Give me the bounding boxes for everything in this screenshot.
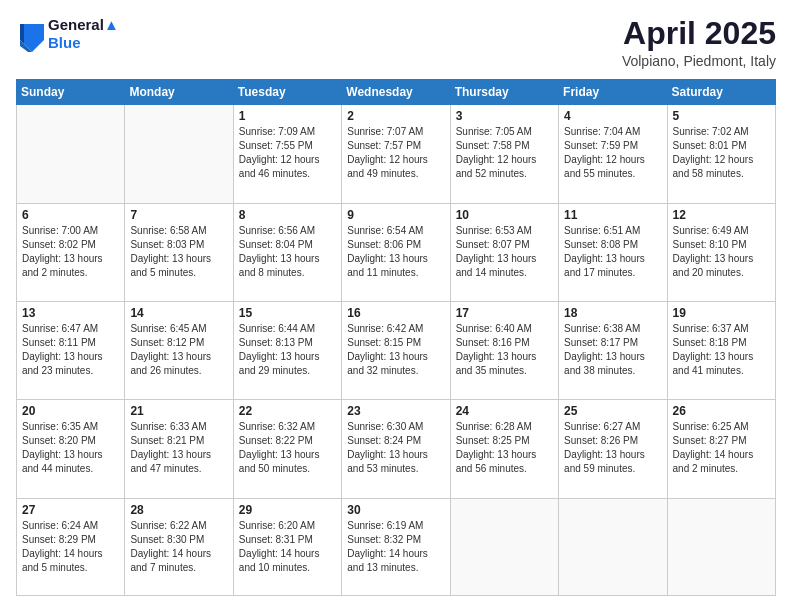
day-header-sunday: Sunday [17,80,125,105]
day-info: Sunrise: 6:20 AM Sunset: 8:31 PM Dayligh… [239,519,336,575]
calendar-week-2: 13Sunrise: 6:47 AM Sunset: 8:11 PM Dayli… [17,301,776,399]
day-info: Sunrise: 6:35 AM Sunset: 8:20 PM Dayligh… [22,420,119,476]
month-title: April 2025 [622,16,776,51]
day-number: 23 [347,404,444,418]
day-info: Sunrise: 7:00 AM Sunset: 8:02 PM Dayligh… [22,224,119,280]
calendar-cell: 17Sunrise: 6:40 AM Sunset: 8:16 PM Dayli… [450,301,558,399]
calendar-cell: 9Sunrise: 6:54 AM Sunset: 8:06 PM Daylig… [342,203,450,301]
calendar-cell [559,498,667,595]
day-info: Sunrise: 6:32 AM Sunset: 8:22 PM Dayligh… [239,420,336,476]
day-info: Sunrise: 6:25 AM Sunset: 8:27 PM Dayligh… [673,420,770,476]
day-header-friday: Friday [559,80,667,105]
day-number: 14 [130,306,227,320]
calendar-cell: 26Sunrise: 6:25 AM Sunset: 8:27 PM Dayli… [667,400,775,498]
day-number: 11 [564,208,661,222]
calendar-cell: 13Sunrise: 6:47 AM Sunset: 8:11 PM Dayli… [17,301,125,399]
day-number: 5 [673,109,770,123]
day-info: Sunrise: 6:38 AM Sunset: 8:17 PM Dayligh… [564,322,661,378]
day-number: 15 [239,306,336,320]
day-number: 16 [347,306,444,320]
calendar: SundayMondayTuesdayWednesdayThursdayFrid… [16,79,776,596]
day-number: 13 [22,306,119,320]
calendar-cell: 18Sunrise: 6:38 AM Sunset: 8:17 PM Dayli… [559,301,667,399]
day-info: Sunrise: 6:37 AM Sunset: 8:18 PM Dayligh… [673,322,770,378]
day-number: 7 [130,208,227,222]
day-info: Sunrise: 6:42 AM Sunset: 8:15 PM Dayligh… [347,322,444,378]
day-number: 6 [22,208,119,222]
day-info: Sunrise: 6:22 AM Sunset: 8:30 PM Dayligh… [130,519,227,575]
day-number: 12 [673,208,770,222]
day-info: Sunrise: 6:47 AM Sunset: 8:11 PM Dayligh… [22,322,119,378]
calendar-week-1: 6Sunrise: 7:00 AM Sunset: 8:02 PM Daylig… [17,203,776,301]
calendar-cell [17,105,125,203]
calendar-cell: 6Sunrise: 7:00 AM Sunset: 8:02 PM Daylig… [17,203,125,301]
calendar-cell [667,498,775,595]
day-number: 8 [239,208,336,222]
day-info: Sunrise: 6:45 AM Sunset: 8:12 PM Dayligh… [130,322,227,378]
calendar-cell: 24Sunrise: 6:28 AM Sunset: 8:25 PM Dayli… [450,400,558,498]
day-number: 2 [347,109,444,123]
calendar-week-0: 1Sunrise: 7:09 AM Sunset: 7:55 PM Daylig… [17,105,776,203]
page: General▲ Blue April 2025 Volpiano, Piedm… [0,0,792,612]
day-info: Sunrise: 6:19 AM Sunset: 8:32 PM Dayligh… [347,519,444,575]
day-number: 30 [347,503,444,517]
calendar-cell: 1Sunrise: 7:09 AM Sunset: 7:55 PM Daylig… [233,105,341,203]
calendar-cell: 5Sunrise: 7:02 AM Sunset: 8:01 PM Daylig… [667,105,775,203]
calendar-cell: 11Sunrise: 6:51 AM Sunset: 8:08 PM Dayli… [559,203,667,301]
day-info: Sunrise: 7:09 AM Sunset: 7:55 PM Dayligh… [239,125,336,181]
calendar-cell [125,105,233,203]
day-info: Sunrise: 7:04 AM Sunset: 7:59 PM Dayligh… [564,125,661,181]
calendar-week-4: 27Sunrise: 6:24 AM Sunset: 8:29 PM Dayli… [17,498,776,595]
day-info: Sunrise: 7:02 AM Sunset: 8:01 PM Dayligh… [673,125,770,181]
day-number: 24 [456,404,553,418]
day-info: Sunrise: 6:27 AM Sunset: 8:26 PM Dayligh… [564,420,661,476]
title-area: April 2025 Volpiano, Piedmont, Italy [622,16,776,69]
calendar-cell: 3Sunrise: 7:05 AM Sunset: 7:58 PM Daylig… [450,105,558,203]
day-number: 19 [673,306,770,320]
logo-text: General▲ Blue [48,16,119,52]
logo: General▲ Blue [16,16,119,52]
day-info: Sunrise: 6:33 AM Sunset: 8:21 PM Dayligh… [130,420,227,476]
day-header-thursday: Thursday [450,80,558,105]
day-info: Sunrise: 6:49 AM Sunset: 8:10 PM Dayligh… [673,224,770,280]
calendar-cell: 14Sunrise: 6:45 AM Sunset: 8:12 PM Dayli… [125,301,233,399]
day-info: Sunrise: 6:54 AM Sunset: 8:06 PM Dayligh… [347,224,444,280]
day-header-saturday: Saturday [667,80,775,105]
calendar-cell: 19Sunrise: 6:37 AM Sunset: 8:18 PM Dayli… [667,301,775,399]
day-info: Sunrise: 6:24 AM Sunset: 8:29 PM Dayligh… [22,519,119,575]
calendar-week-3: 20Sunrise: 6:35 AM Sunset: 8:20 PM Dayli… [17,400,776,498]
day-number: 18 [564,306,661,320]
location: Volpiano, Piedmont, Italy [622,53,776,69]
calendar-cell: 30Sunrise: 6:19 AM Sunset: 8:32 PM Dayli… [342,498,450,595]
day-number: 29 [239,503,336,517]
day-info: Sunrise: 6:40 AM Sunset: 8:16 PM Dayligh… [456,322,553,378]
calendar-cell: 15Sunrise: 6:44 AM Sunset: 8:13 PM Dayli… [233,301,341,399]
day-number: 9 [347,208,444,222]
day-number: 26 [673,404,770,418]
calendar-cell: 20Sunrise: 6:35 AM Sunset: 8:20 PM Dayli… [17,400,125,498]
day-info: Sunrise: 7:07 AM Sunset: 7:57 PM Dayligh… [347,125,444,181]
day-info: Sunrise: 6:51 AM Sunset: 8:08 PM Dayligh… [564,224,661,280]
day-number: 22 [239,404,336,418]
day-header-wednesday: Wednesday [342,80,450,105]
calendar-cell: 25Sunrise: 6:27 AM Sunset: 8:26 PM Dayli… [559,400,667,498]
day-header-monday: Monday [125,80,233,105]
day-info: Sunrise: 7:05 AM Sunset: 7:58 PM Dayligh… [456,125,553,181]
day-number: 1 [239,109,336,123]
day-number: 10 [456,208,553,222]
day-info: Sunrise: 6:28 AM Sunset: 8:25 PM Dayligh… [456,420,553,476]
day-info: Sunrise: 6:56 AM Sunset: 8:04 PM Dayligh… [239,224,336,280]
calendar-cell: 4Sunrise: 7:04 AM Sunset: 7:59 PM Daylig… [559,105,667,203]
day-header-tuesday: Tuesday [233,80,341,105]
calendar-cell: 10Sunrise: 6:53 AM Sunset: 8:07 PM Dayli… [450,203,558,301]
day-number: 4 [564,109,661,123]
day-info: Sunrise: 6:44 AM Sunset: 8:13 PM Dayligh… [239,322,336,378]
day-info: Sunrise: 6:53 AM Sunset: 8:07 PM Dayligh… [456,224,553,280]
calendar-cell: 16Sunrise: 6:42 AM Sunset: 8:15 PM Dayli… [342,301,450,399]
calendar-cell: 7Sunrise: 6:58 AM Sunset: 8:03 PM Daylig… [125,203,233,301]
day-number: 25 [564,404,661,418]
calendar-cell: 22Sunrise: 6:32 AM Sunset: 8:22 PM Dayli… [233,400,341,498]
day-number: 17 [456,306,553,320]
logo-icon [16,20,44,48]
day-info: Sunrise: 6:30 AM Sunset: 8:24 PM Dayligh… [347,420,444,476]
